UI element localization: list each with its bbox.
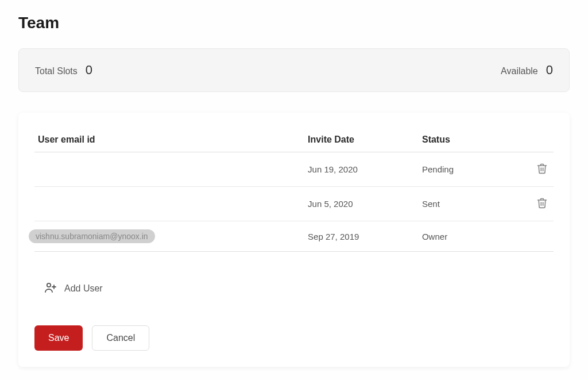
cell-email — [34, 152, 304, 187]
header-actions — [512, 129, 554, 152]
cell-invite-date: Jun 5, 2020 — [304, 187, 419, 221]
cell-status: Sent — [419, 187, 512, 221]
svg-point-0 — [47, 283, 51, 287]
trash-icon — [536, 197, 548, 210]
cell-actions — [512, 221, 554, 252]
header-invite-date: Invite Date — [304, 129, 419, 152]
cell-email — [34, 187, 304, 221]
header-email: User email id — [34, 129, 304, 152]
cell-invite-date: Sep 27, 2019 — [304, 221, 419, 252]
cell-email: vishnu.subramoniam@ynoox.in — [34, 221, 304, 252]
header-status: Status — [419, 129, 512, 152]
total-slots-value: 0 — [86, 63, 92, 78]
total-slots-stat: Total Slots 0 — [35, 63, 92, 78]
table-header-row: User email id Invite Date Status — [34, 129, 554, 152]
total-slots-label: Total Slots — [35, 66, 78, 76]
table-row: Jun 19, 2020 Pending — [34, 152, 554, 187]
cell-status: Pending — [419, 152, 512, 187]
cell-invite-date: Jun 19, 2020 — [304, 152, 419, 187]
available-value: 0 — [546, 63, 553, 78]
cancel-button[interactable]: Cancel — [92, 325, 149, 351]
email-chip: vishnu.subramoniam@ynoox.in — [29, 229, 155, 243]
available-label: Available — [501, 66, 538, 76]
slots-summary-card: Total Slots 0 Available 0 — [18, 48, 570, 92]
trash-icon — [536, 163, 548, 176]
page-title: Team — [18, 14, 570, 32]
team-card: User email id Invite Date Status Jun 19,… — [18, 113, 570, 367]
cell-status: Owner — [419, 221, 512, 252]
table-row: vishnu.subramoniam@ynoox.in Sep 27, 2019… — [34, 221, 554, 252]
add-user-label: Add User — [64, 283, 103, 294]
form-actions: Save Cancel — [34, 325, 554, 351]
delete-button[interactable] — [534, 160, 550, 178]
user-plus-icon — [44, 281, 57, 297]
available-slots-stat: Available 0 — [501, 63, 553, 78]
delete-button[interactable] — [534, 195, 550, 213]
save-button[interactable]: Save — [34, 325, 83, 351]
table-row: Jun 5, 2020 Sent — [34, 187, 554, 221]
team-table: User email id Invite Date Status Jun 19,… — [34, 129, 554, 252]
add-user-button[interactable]: Add User — [34, 281, 554, 297]
